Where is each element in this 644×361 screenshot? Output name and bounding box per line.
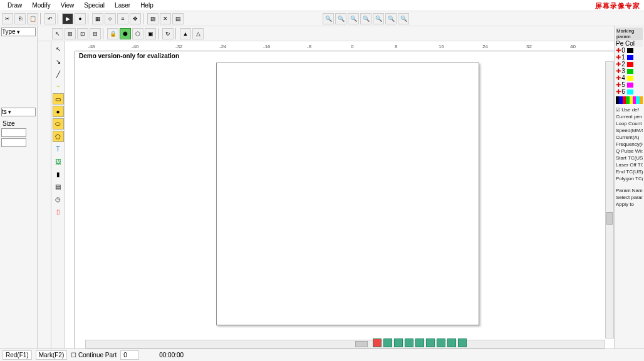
system-tray-icons: [373, 338, 467, 347]
zoom-fit-icon[interactable]: 🔍: [348, 13, 359, 24]
undo-icon[interactable]: ↶: [44, 13, 56, 24]
zoom-prev-icon[interactable]: 🔍: [385, 13, 397, 24]
canvas-zone: -48-40-32-24-16-8081624324048 Demo versi…: [65, 41, 614, 348]
left-properties-panel: Type ▾ ts ▾ Size: [0, 26, 38, 348]
node-tool[interactable]: ↘: [53, 56, 64, 67]
ts-combo[interactable]: ts ▾: [1, 108, 36, 116]
circle-tool[interactable]: ●: [53, 106, 64, 117]
tool1-tray-icon[interactable]: [437, 338, 445, 347]
zoom-all-icon[interactable]: 🔍: [398, 13, 409, 24]
s-tray-icon[interactable]: [373, 338, 382, 347]
drawing-area[interactable]: Demo version-only for evalization: [75, 51, 614, 348]
timer-tool[interactable]: ◷: [53, 193, 64, 205]
tool3-tray-icon[interactable]: [458, 338, 467, 347]
pen-row[interactable]: ✚5: [616, 81, 643, 88]
scrollbar-v-thumb[interactable]: [606, 212, 613, 225]
hatch-tool[interactable]: ▤: [53, 181, 64, 192]
play-icon[interactable]: ▶: [62, 13, 73, 24]
ellipse-tool[interactable]: ⬭: [53, 118, 64, 130]
scrollbar-h-thumb[interactable]: [355, 341, 368, 347]
param-line: Speed(MM/Sec): [616, 127, 643, 134]
pen-row[interactable]: ✚2: [616, 61, 643, 68]
rect-tool[interactable]: ▭: [53, 93, 64, 104]
time-display: 00:00:00: [159, 352, 184, 358]
monitor-tray-icon[interactable]: [426, 338, 435, 347]
size-input-2[interactable]: [1, 138, 26, 147]
image-tool[interactable]: 🖼: [53, 156, 64, 167]
layer-icon[interactable]: ▣: [145, 28, 156, 39]
polygon-tool[interactable]: ⬠: [53, 131, 64, 142]
text-tool[interactable]: T: [53, 143, 64, 155]
size-input-1[interactable]: [1, 128, 26, 137]
paste-icon[interactable]: 📋: [27, 13, 38, 24]
record-icon[interactable]: ●: [75, 13, 86, 24]
zoom-actual-icon[interactable]: 🔍: [373, 13, 384, 24]
pen-row[interactable]: ✚4: [616, 74, 643, 81]
measure-icon[interactable]: ✕: [160, 13, 171, 24]
continue-checkbox-label[interactable]: ☐ Continue Part: [71, 352, 117, 358]
mark-button[interactable]: Mark(F2): [36, 350, 68, 360]
menu-modify[interactable]: Modify: [27, 1, 55, 10]
grid-snap-icon[interactable]: ⊞: [65, 28, 76, 39]
param-line: Start TC(US): [616, 155, 643, 161]
color-palette-row: [616, 96, 643, 104]
array-icon[interactable]: ⊟: [90, 28, 101, 39]
rotate-icon[interactable]: ↻: [162, 28, 174, 39]
param-lower-line[interactable]: Param Name: [616, 187, 643, 194]
palette-swatch[interactable]: [640, 96, 643, 104]
zoom-in-icon[interactable]: 🔍: [323, 13, 334, 24]
copy-icon[interactable]: ⎘: [14, 13, 26, 24]
select-tool[interactable]: ↖: [53, 43, 64, 54]
param-lower-line[interactable]: Select param: [616, 194, 643, 201]
panel-title: Marking param: [616, 28, 643, 40]
barcode-tool[interactable]: ▮: [53, 168, 64, 180]
pen-row[interactable]: ✚0: [616, 47, 643, 54]
move-icon[interactable]: ✥: [130, 13, 141, 24]
snap-icon[interactable]: ⊹: [105, 13, 116, 24]
param-lower-line[interactable]: Apply to: [616, 201, 643, 208]
line-tool[interactable]: ╱: [53, 68, 64, 79]
scrollbar-vertical[interactable]: [605, 61, 614, 338]
ruler-tick: -48: [88, 44, 95, 49]
scissors-icon[interactable]: ✂: [2, 13, 13, 24]
zoom-window-icon[interactable]: 🔍: [360, 13, 371, 24]
lock-icon[interactable]: 🔒: [107, 28, 118, 39]
zoom-out-icon[interactable]: 🔍: [335, 13, 346, 24]
ts-label: ts: [2, 108, 7, 115]
menu-help[interactable]: Help: [135, 1, 158, 10]
workpiece-rect: [216, 63, 479, 325]
clock-tray-icon[interactable]: [405, 338, 413, 347]
align-icon[interactable]: ≡: [117, 13, 128, 24]
menubar: Draw Modify View Special Laser Help: [0, 0, 644, 11]
mirror-h-icon[interactable]: ▲: [180, 28, 191, 39]
grid-icon[interactable]: ▦: [92, 13, 103, 24]
menu-special[interactable]: Special: [79, 1, 110, 10]
pointer-toggle-icon[interactable]: ↖: [52, 28, 63, 39]
pen-row[interactable]: ✚6: [616, 88, 643, 95]
menu-laser[interactable]: Laser: [110, 1, 135, 10]
menu-draw[interactable]: Draw: [3, 1, 27, 10]
scrollbar-horizontal[interactable]: [85, 340, 605, 348]
cn-tray-icon[interactable]: [383, 338, 392, 347]
watermark-text: 屏幕录像专家: [595, 1, 640, 11]
statusbar: Red(F1) Mark(F2) ☐ Continue Part 0 00:00…: [0, 348, 644, 361]
speaker-tray-icon[interactable]: [394, 338, 403, 347]
type-combo[interactable]: Type ▾: [1, 28, 36, 36]
hatch-icon[interactable]: ▨: [147, 13, 158, 24]
mirror-v-icon[interactable]: △: [192, 28, 204, 39]
ortho-icon[interactable]: ⊡: [77, 28, 88, 39]
part-count: 0: [120, 350, 139, 360]
pen-row[interactable]: ✚1: [616, 54, 643, 61]
pen-row[interactable]: ✚3: [616, 68, 643, 74]
red-button[interactable]: Red(F1): [3, 350, 32, 360]
menu-view[interactable]: View: [56, 1, 80, 10]
curve-tool[interactable]: ~: [53, 81, 64, 92]
table-icon[interactable]: ▤: [172, 13, 184, 24]
group-highlight-icon[interactable]: ⬢: [120, 28, 131, 39]
param-line: Q Pulse Wid: [616, 148, 643, 155]
led-tool[interactable]: ▯: [53, 206, 64, 217]
people-tray-icon[interactable]: [415, 338, 424, 347]
ungroup-icon[interactable]: ⬡: [132, 28, 143, 39]
ruler-tick: 0: [351, 44, 353, 49]
tool2-tray-icon[interactable]: [447, 338, 456, 347]
